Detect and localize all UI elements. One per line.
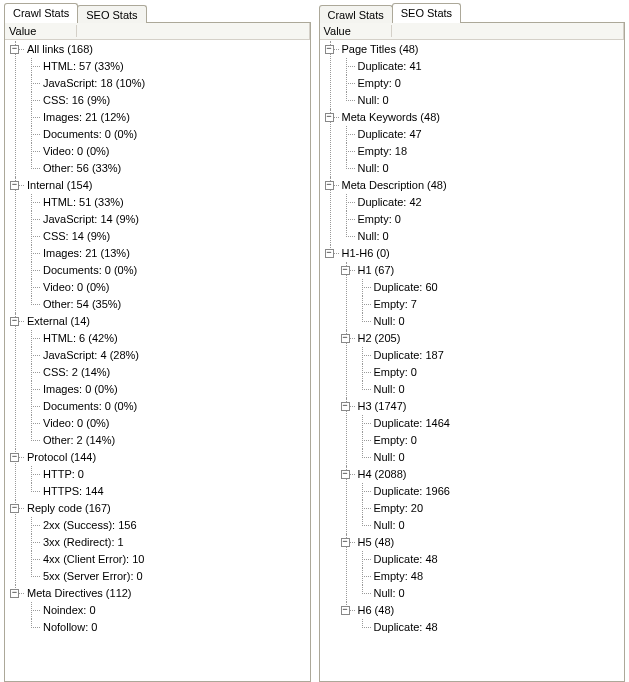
tree-node[interactable]: JavaScript: 4 (28%) xyxy=(25,347,310,364)
collapse-icon[interactable] xyxy=(10,45,19,54)
tree-node[interactable]: Null: 0 xyxy=(356,517,625,534)
tree-node[interactable]: Empty: 18 xyxy=(340,143,625,160)
tree-node[interactable]: H3 (1747)Duplicate: 1464Empty: 0Null: 0 xyxy=(340,398,625,466)
tree-node[interactable]: Empty: 0 xyxy=(340,75,625,92)
tree-node[interactable]: Other: 54 (35%) xyxy=(25,296,310,313)
collapse-icon[interactable] xyxy=(325,249,334,258)
tree-node-label: Video: 0 (0%) xyxy=(41,281,109,293)
tree-node[interactable]: Null: 0 xyxy=(356,585,625,602)
collapse-icon[interactable] xyxy=(341,402,350,411)
tab-crawl-stats[interactable]: Crawl Stats xyxy=(4,3,78,23)
tree-node[interactable]: Duplicate: 42 xyxy=(340,194,625,211)
tree-node[interactable]: Video: 0 (0%) xyxy=(25,279,310,296)
collapse-icon[interactable] xyxy=(10,181,19,190)
tree-node[interactable]: H1-H6 (0)H1 (67)Duplicate: 60Empty: 7Nul… xyxy=(322,245,625,636)
tree-node[interactable]: Video: 0 (0%) xyxy=(25,143,310,160)
tree-node-label: HTML: 57 (33%) xyxy=(41,60,124,72)
tree-node[interactable]: HTTP: 0 xyxy=(25,466,310,483)
tree-node[interactable]: Other: 2 (14%) xyxy=(25,432,310,449)
tree-node[interactable]: Empty: 20 xyxy=(356,500,625,517)
tree-node[interactable]: HTML: 6 (42%) xyxy=(25,330,310,347)
tree-node[interactable]: Duplicate: 60 xyxy=(356,279,625,296)
tree-node[interactable]: Empty: 0 xyxy=(340,211,625,228)
tree-node[interactable]: Duplicate: 1464 xyxy=(356,415,625,432)
tree-node[interactable]: Noindex: 0 xyxy=(25,602,310,619)
tree-node[interactable]: H1 (67)Duplicate: 60Empty: 7Null: 0 xyxy=(340,262,625,330)
tree-node[interactable]: Null: 0 xyxy=(340,92,625,109)
tree-node[interactable]: External (14)HTML: 6 (42%)JavaScript: 4 … xyxy=(7,313,310,449)
tree-node[interactable]: CSS: 16 (9%) xyxy=(25,92,310,109)
tree-node[interactable]: Protocol (144)HTTP: 0HTTPS: 144 xyxy=(7,449,310,500)
tree-node[interactable]: Empty: 0 xyxy=(356,432,625,449)
tree-node[interactable]: HTML: 57 (33%) xyxy=(25,58,310,75)
tree-node[interactable]: Nofollow: 0 xyxy=(25,619,310,636)
tree-node[interactable]: Documents: 0 (0%) xyxy=(25,398,310,415)
tree-node[interactable]: Images: 0 (0%) xyxy=(25,381,310,398)
tree-node[interactable]: H5 (48)Duplicate: 48Empty: 48Null: 0 xyxy=(340,534,625,602)
tree-node-label: 3xx (Redirect): 1 xyxy=(41,536,124,548)
collapse-icon[interactable] xyxy=(341,538,350,547)
tree-node[interactable]: H6 (48)Duplicate: 48 xyxy=(340,602,625,636)
tree-node[interactable]: Empty: 7 xyxy=(356,296,625,313)
tree-node[interactable]: Images: 21 (13%) xyxy=(25,245,310,262)
collapse-icon[interactable] xyxy=(10,504,19,513)
tree-node[interactable]: Duplicate: 48 xyxy=(356,619,625,636)
tree-node[interactable]: Null: 0 xyxy=(356,313,625,330)
tree-node[interactable]: Documents: 0 (0%) xyxy=(25,126,310,143)
tree-node[interactable]: Meta Directives (112)Noindex: 0Nofollow:… xyxy=(7,585,310,636)
column-header[interactable]: Value xyxy=(5,23,310,40)
tree-node[interactable]: Meta Keywords (48)Duplicate: 47Empty: 18… xyxy=(322,109,625,177)
tree-node[interactable]: CSS: 2 (14%) xyxy=(25,364,310,381)
tree-node[interactable]: 2xx (Success): 156 xyxy=(25,517,310,534)
tree-node-label: H1 (67) xyxy=(356,264,395,276)
tree-node[interactable]: Documents: 0 (0%) xyxy=(25,262,310,279)
tree-node[interactable]: Images: 21 (12%) xyxy=(25,109,310,126)
column-header-label: Value xyxy=(324,25,392,37)
tab-crawl-stats[interactable]: Crawl Stats xyxy=(319,5,393,23)
tree-node[interactable]: Reply code (167)2xx (Success): 1563xx (R… xyxy=(7,500,310,585)
tree-node[interactable]: Empty: 48 xyxy=(356,568,625,585)
tree-node[interactable]: Video: 0 (0%) xyxy=(25,415,310,432)
left-tree-scroll[interactable]: All links (168)HTML: 57 (33%)JavaScript:… xyxy=(5,40,310,681)
tree-node[interactable]: HTTPS: 144 xyxy=(25,483,310,500)
tree-node[interactable]: Other: 56 (33%) xyxy=(25,160,310,177)
tree-node[interactable]: Empty: 0 xyxy=(356,364,625,381)
tree-node[interactable]: JavaScript: 18 (10%) xyxy=(25,75,310,92)
collapse-icon[interactable] xyxy=(10,589,19,598)
tree-node[interactable]: Null: 0 xyxy=(356,381,625,398)
collapse-icon[interactable] xyxy=(10,317,19,326)
collapse-icon[interactable] xyxy=(325,181,334,190)
tree-node[interactable]: Null: 0 xyxy=(340,228,625,245)
tree-node[interactable]: Duplicate: 1966 xyxy=(356,483,625,500)
tree-node[interactable]: CSS: 14 (9%) xyxy=(25,228,310,245)
tree-node[interactable]: H2 (205)Duplicate: 187Empty: 0Null: 0 xyxy=(340,330,625,398)
tree-node[interactable]: 5xx (Server Error): 0 xyxy=(25,568,310,585)
tree-node[interactable]: Duplicate: 187 xyxy=(356,347,625,364)
collapse-icon[interactable] xyxy=(325,113,334,122)
tree-node[interactable]: 3xx (Redirect): 1 xyxy=(25,534,310,551)
tree-node[interactable]: H4 (2088)Duplicate: 1966Empty: 20Null: 0 xyxy=(340,466,625,534)
tree-node[interactable]: All links (168)HTML: 57 (33%)JavaScript:… xyxy=(7,41,310,177)
tree-node[interactable]: 4xx (Client Error): 10 xyxy=(25,551,310,568)
tree-node[interactable]: Meta Description (48)Duplicate: 42Empty:… xyxy=(322,177,625,245)
tree-node[interactable]: Page Titles (48)Duplicate: 41Empty: 0Nul… xyxy=(322,41,625,109)
right-tree-scroll[interactable]: Page Titles (48)Duplicate: 41Empty: 0Nul… xyxy=(320,40,625,681)
tree-node[interactable]: Internal (154)HTML: 51 (33%)JavaScript: … xyxy=(7,177,310,313)
collapse-icon[interactable] xyxy=(10,453,19,462)
tab-seo-stats[interactable]: SEO Stats xyxy=(392,3,461,23)
tree-node[interactable]: JavaScript: 14 (9%) xyxy=(25,211,310,228)
collapse-icon[interactable] xyxy=(341,606,350,615)
tree-node[interactable]: Null: 0 xyxy=(356,449,625,466)
collapse-icon[interactable] xyxy=(341,470,350,479)
collapse-icon[interactable] xyxy=(341,334,350,343)
collapse-icon[interactable] xyxy=(341,266,350,275)
tree-node[interactable]: HTML: 51 (33%) xyxy=(25,194,310,211)
tab-seo-stats[interactable]: SEO Stats xyxy=(77,5,146,23)
column-header[interactable]: Value xyxy=(320,23,625,40)
tree-node-label: Images: 21 (13%) xyxy=(41,247,130,259)
tree-node[interactable]: Duplicate: 41 xyxy=(340,58,625,75)
tree-node[interactable]: Duplicate: 48 xyxy=(356,551,625,568)
collapse-icon[interactable] xyxy=(325,45,334,54)
tree-node[interactable]: Null: 0 xyxy=(340,160,625,177)
tree-node[interactable]: Duplicate: 47 xyxy=(340,126,625,143)
